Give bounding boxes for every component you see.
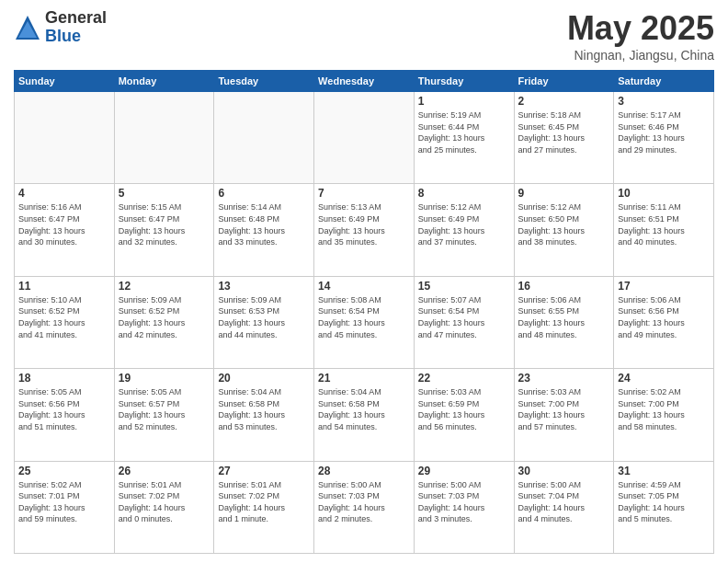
- cell-w1-d2: [214, 92, 314, 184]
- cell-w5-d3: 28Sunrise: 5:00 AM Sunset: 7:03 PM Dayli…: [314, 461, 415, 553]
- day-number: 10: [618, 187, 710, 200]
- day-info: Sunrise: 5:09 AM Sunset: 6:53 PM Dayligh…: [218, 294, 310, 340]
- cell-w2-d6: 10Sunrise: 5:11 AM Sunset: 6:51 PM Dayli…: [614, 184, 714, 276]
- day-number: 21: [318, 372, 410, 385]
- day-number: 18: [18, 372, 110, 385]
- col-monday: Monday: [114, 71, 214, 92]
- location: Ningnan, Jiangsu, China: [567, 48, 714, 63]
- day-number: 26: [119, 465, 210, 477]
- cell-w2-d4: 8Sunrise: 5:12 AM Sunset: 6:49 PM Daylig…: [414, 184, 514, 276]
- header-row: Sunday Monday Tuesday Wednesday Thursday…: [15, 71, 714, 92]
- day-info: Sunrise: 5:06 AM Sunset: 6:56 PM Dayligh…: [618, 294, 710, 340]
- logo-text: General Blue: [45, 9, 107, 46]
- day-info: Sunrise: 5:03 AM Sunset: 7:00 PM Dayligh…: [518, 386, 610, 432]
- col-sunday: Sunday: [15, 71, 115, 92]
- cell-w1-d1: [114, 92, 214, 184]
- day-info: Sunrise: 5:05 AM Sunset: 6:56 PM Dayligh…: [18, 386, 110, 432]
- cell-w2-d3: 7Sunrise: 5:13 AM Sunset: 6:49 PM Daylig…: [314, 184, 415, 276]
- day-number: 28: [318, 465, 410, 477]
- cell-w5-d2: 27Sunrise: 5:01 AM Sunset: 7:02 PM Dayli…: [214, 461, 314, 553]
- day-info: Sunrise: 5:04 AM Sunset: 6:58 PM Dayligh…: [318, 386, 410, 432]
- day-info: Sunrise: 5:01 AM Sunset: 7:02 PM Dayligh…: [218, 479, 310, 525]
- day-number: 29: [418, 465, 510, 477]
- day-number: 17: [618, 280, 710, 293]
- day-info: Sunrise: 5:10 AM Sunset: 6:52 PM Dayligh…: [18, 294, 110, 340]
- day-number: 4: [18, 187, 110, 200]
- day-info: Sunrise: 5:00 AM Sunset: 7:03 PM Dayligh…: [318, 479, 410, 525]
- day-number: 11: [18, 280, 110, 293]
- day-info: Sunrise: 5:08 AM Sunset: 6:54 PM Dayligh…: [318, 294, 410, 340]
- logo: General Blue: [14, 9, 107, 46]
- cell-w2-d1: 5Sunrise: 5:15 AM Sunset: 6:47 PM Daylig…: [114, 184, 214, 276]
- cell-w5-d4: 29Sunrise: 5:00 AM Sunset: 7:03 PM Dayli…: [414, 461, 514, 553]
- cell-w5-d0: 25Sunrise: 5:02 AM Sunset: 7:01 PM Dayli…: [15, 461, 115, 553]
- day-info: Sunrise: 5:02 AM Sunset: 7:00 PM Dayligh…: [618, 386, 710, 432]
- day-number: 23: [518, 372, 610, 385]
- day-info: Sunrise: 5:12 AM Sunset: 6:50 PM Dayligh…: [518, 201, 610, 247]
- col-friday: Friday: [514, 71, 614, 92]
- day-info: Sunrise: 5:04 AM Sunset: 6:58 PM Dayligh…: [218, 386, 310, 432]
- day-info: Sunrise: 5:03 AM Sunset: 6:59 PM Dayligh…: [418, 386, 510, 432]
- cell-w5-d5: 30Sunrise: 5:00 AM Sunset: 7:04 PM Dayli…: [514, 461, 614, 553]
- day-info: Sunrise: 5:05 AM Sunset: 6:57 PM Dayligh…: [119, 386, 210, 432]
- week-row-1: 1Sunrise: 5:19 AM Sunset: 6:44 PM Daylig…: [15, 92, 714, 184]
- calendar-header: Sunday Monday Tuesday Wednesday Thursday…: [15, 71, 714, 92]
- cell-w4-d6: 24Sunrise: 5:02 AM Sunset: 7:00 PM Dayli…: [614, 369, 714, 461]
- title-area: May 2025 Ningnan, Jiangsu, China: [567, 9, 714, 63]
- cell-w1-d3: [314, 92, 415, 184]
- cell-w3-d2: 13Sunrise: 5:09 AM Sunset: 6:53 PM Dayli…: [214, 276, 314, 368]
- week-row-2: 4Sunrise: 5:16 AM Sunset: 6:47 PM Daylig…: [15, 184, 714, 276]
- page: General Blue May 2025 Ningnan, Jiangsu, …: [0, 0, 728, 563]
- day-number: 20: [218, 372, 310, 385]
- day-number: 15: [418, 280, 510, 293]
- cell-w5-d1: 26Sunrise: 5:01 AM Sunset: 7:02 PM Dayli…: [114, 461, 214, 553]
- header: General Blue May 2025 Ningnan, Jiangsu, …: [14, 9, 714, 63]
- day-info: Sunrise: 5:11 AM Sunset: 6:51 PM Dayligh…: [618, 201, 710, 247]
- day-number: 1: [418, 95, 510, 108]
- day-number: 7: [318, 187, 410, 200]
- day-number: 27: [218, 465, 310, 477]
- cell-w4-d3: 21Sunrise: 5:04 AM Sunset: 6:58 PM Dayli…: [314, 369, 415, 461]
- calendar-body: 1Sunrise: 5:19 AM Sunset: 6:44 PM Daylig…: [15, 92, 714, 554]
- day-number: 14: [318, 280, 410, 293]
- cell-w3-d3: 14Sunrise: 5:08 AM Sunset: 6:54 PM Dayli…: [314, 276, 415, 368]
- day-number: 9: [518, 187, 610, 200]
- cell-w5-d6: 31Sunrise: 4:59 AM Sunset: 7:05 PM Dayli…: [614, 461, 714, 553]
- week-row-5: 25Sunrise: 5:02 AM Sunset: 7:01 PM Dayli…: [15, 461, 714, 553]
- day-info: Sunrise: 5:09 AM Sunset: 6:52 PM Dayligh…: [119, 294, 210, 340]
- day-info: Sunrise: 5:12 AM Sunset: 6:49 PM Dayligh…: [418, 201, 510, 247]
- day-number: 12: [119, 280, 210, 293]
- cell-w4-d2: 20Sunrise: 5:04 AM Sunset: 6:58 PM Dayli…: [214, 369, 314, 461]
- day-number: 8: [418, 187, 510, 200]
- cell-w2-d5: 9Sunrise: 5:12 AM Sunset: 6:50 PM Daylig…: [514, 184, 614, 276]
- col-wednesday: Wednesday: [314, 71, 415, 92]
- month-title: May 2025: [567, 9, 714, 48]
- week-row-4: 18Sunrise: 5:05 AM Sunset: 6:56 PM Dayli…: [15, 369, 714, 461]
- cell-w1-d5: 2Sunrise: 5:18 AM Sunset: 6:45 PM Daylig…: [514, 92, 614, 184]
- day-number: 13: [218, 280, 310, 293]
- day-number: 16: [518, 280, 610, 293]
- cell-w1-d6: 3Sunrise: 5:17 AM Sunset: 6:46 PM Daylig…: [614, 92, 714, 184]
- day-info: Sunrise: 5:15 AM Sunset: 6:47 PM Dayligh…: [119, 201, 210, 247]
- day-number: 31: [618, 465, 710, 477]
- day-info: Sunrise: 5:13 AM Sunset: 6:49 PM Dayligh…: [318, 201, 410, 247]
- cell-w3-d6: 17Sunrise: 5:06 AM Sunset: 6:56 PM Dayli…: [614, 276, 714, 368]
- day-number: 6: [218, 187, 310, 200]
- day-info: Sunrise: 5:02 AM Sunset: 7:01 PM Dayligh…: [18, 479, 110, 525]
- cell-w4-d0: 18Sunrise: 5:05 AM Sunset: 6:56 PM Dayli…: [15, 369, 115, 461]
- cell-w2-d2: 6Sunrise: 5:14 AM Sunset: 6:48 PM Daylig…: [214, 184, 314, 276]
- day-number: 25: [18, 465, 110, 477]
- cell-w3-d5: 16Sunrise: 5:06 AM Sunset: 6:55 PM Dayli…: [514, 276, 614, 368]
- day-info: Sunrise: 5:14 AM Sunset: 6:48 PM Dayligh…: [218, 201, 310, 247]
- day-info: Sunrise: 5:16 AM Sunset: 6:47 PM Dayligh…: [18, 201, 110, 247]
- cell-w3-d1: 12Sunrise: 5:09 AM Sunset: 6:52 PM Dayli…: [114, 276, 214, 368]
- day-info: Sunrise: 5:07 AM Sunset: 6:54 PM Dayligh…: [418, 294, 510, 340]
- day-number: 19: [119, 372, 210, 385]
- day-number: 5: [119, 187, 210, 200]
- day-info: Sunrise: 5:00 AM Sunset: 7:04 PM Dayligh…: [518, 479, 610, 525]
- week-row-3: 11Sunrise: 5:10 AM Sunset: 6:52 PM Dayli…: [15, 276, 714, 368]
- cell-w1-d0: [15, 92, 115, 184]
- cell-w2-d0: 4Sunrise: 5:16 AM Sunset: 6:47 PM Daylig…: [15, 184, 115, 276]
- day-info: Sunrise: 5:06 AM Sunset: 6:55 PM Dayligh…: [518, 294, 610, 340]
- cell-w3-d0: 11Sunrise: 5:10 AM Sunset: 6:52 PM Dayli…: [15, 276, 115, 368]
